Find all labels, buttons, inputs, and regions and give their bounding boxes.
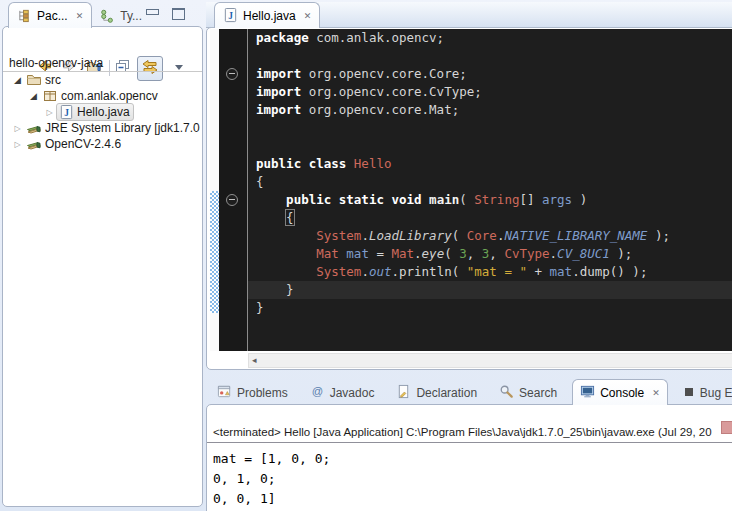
tab-bug-explorer[interactable]: Bug Explorer	[676, 382, 732, 404]
expand-arrow-icon[interactable]: ▷	[11, 124, 24, 133]
code-line[interactable]: import org.opencv.core.Core;	[248, 65, 732, 83]
package-explorer-pane: hello-opencv-java ◢src◢com.anlak.opencv▷…	[2, 26, 203, 507]
tab-label: Bug Explorer	[700, 386, 732, 400]
tree-item-chip: OpenCV-2.4.6	[24, 135, 125, 153]
svg-text:@: @	[311, 385, 322, 397]
tab-package-explorer[interactable]: Pac... ✕	[8, 2, 92, 28]
tree-item-hello-java[interactable]: ▷JHello.java	[3, 104, 202, 120]
java-file-icon: J	[223, 8, 238, 23]
code-area[interactable]: package com.anlak.opencv;import org.open…	[248, 29, 732, 351]
tab-problems[interactable]: Problems	[210, 382, 295, 404]
console-icon	[580, 384, 595, 402]
expand-arrow-icon[interactable]: ▷	[11, 140, 24, 149]
project-tree: ◢src◢com.anlak.opencv▷JHello.java▷JRE Sy…	[3, 72, 202, 506]
declaration-icon	[396, 384, 411, 402]
tab-label: Console	[600, 386, 644, 400]
code-line[interactable]: {	[248, 209, 732, 227]
editor-pane: package com.anlak.opencv;import org.open…	[206, 27, 732, 370]
tab-declaration[interactable]: Declaration	[389, 382, 484, 404]
tree-item-label: Hello.java	[77, 105, 130, 119]
collapse-arrow-icon[interactable]: ◢	[11, 75, 24, 85]
console-line: 0, 1, 0;	[213, 469, 732, 489]
svg-text:J: J	[64, 107, 69, 117]
console-pane: <terminated> Hello [Java Application] C:…	[206, 404, 732, 511]
source-folder-icon	[26, 72, 42, 88]
tree-item-label: src	[45, 73, 61, 87]
tree-item-label: com.anlak.opencv	[61, 89, 158, 103]
package-explorer-tabbar: Pac... ✕ Ty...	[8, 3, 150, 27]
library-icon	[26, 136, 42, 152]
fold-collapse-icon[interactable]	[226, 68, 238, 80]
fold-collapse-icon[interactable]	[226, 194, 238, 206]
code-line[interactable]: public static void main( String[] args )	[248, 191, 732, 209]
tree-item-jre-system-library-jdk1-7-0[interactable]: ▷JRE System Library [jdk1.7.0	[3, 120, 202, 136]
code-line[interactable]: Mat mat = Mat.eye( 3, 3, CvType.CV_8UC1 …	[248, 245, 732, 263]
tab-type-hierarchy[interactable]: Ty...	[92, 5, 150, 27]
java-file-icon: J	[58, 104, 74, 120]
annotation-ruler[interactable]	[210, 29, 219, 351]
horizontal-scrollbar[interactable]: ◂	[248, 353, 732, 368]
tab-console[interactable]: Console✕	[572, 379, 668, 405]
code-line[interactable]	[248, 119, 732, 137]
editor-tabbar: J Hello.java ✕	[214, 2, 320, 27]
tab-label: Problems	[237, 386, 288, 400]
tab-label: Hello.java	[243, 9, 296, 23]
tab-label: Search	[519, 386, 557, 400]
console-line: mat = [1, 0, 0;	[213, 449, 732, 469]
package-explorer-icon	[17, 8, 32, 23]
tree-item-label: JRE System Library [jdk1.7.0	[45, 121, 200, 135]
tab-label: Declaration	[416, 386, 477, 400]
svg-text:J: J	[228, 11, 233, 21]
bottom-view-tabbar: Problems@JavadocDeclarationSearchConsole…	[210, 380, 732, 404]
code-line[interactable]: import org.opencv.core.CvType;	[248, 83, 732, 101]
code-line[interactable]: {	[248, 173, 732, 191]
console-process-header: <terminated> Hello [Java Application] C:…	[207, 426, 732, 443]
code-line[interactable]: package com.anlak.opencv;	[248, 29, 732, 47]
code-line[interactable]: }	[248, 299, 732, 317]
package-icon	[42, 88, 58, 104]
code-line[interactable]: System.out.println( "mat = " + mat.dump(…	[248, 263, 732, 281]
bug-icon	[683, 386, 695, 401]
code-line[interactable]: import org.opencv.core.Mat;	[248, 101, 732, 119]
close-icon[interactable]: ✕	[652, 388, 660, 398]
code-line[interactable]	[248, 137, 732, 155]
expand-arrow-icon[interactable]: ▷	[43, 108, 56, 117]
tree-item-src[interactable]: ◢src	[3, 72, 202, 88]
tab-label: Pac...	[37, 9, 68, 23]
console-line: 0, 0, 1]	[213, 489, 732, 509]
tab-search[interactable]: Search	[492, 382, 564, 404]
collapse-arrow-icon[interactable]: ◢	[27, 91, 40, 101]
folding-ruler[interactable]	[219, 29, 248, 351]
tree-item-com-anlak-opencv[interactable]: ◢com.anlak.opencv	[3, 88, 202, 104]
library-icon	[26, 120, 42, 136]
console-output[interactable]: mat = [1, 0, 0; 0, 1, 0; 0, 0, 1]	[207, 449, 732, 511]
code-line[interactable]	[248, 47, 732, 65]
search-icon	[499, 384, 514, 402]
tree-item-label: OpenCV-2.4.6	[45, 137, 121, 151]
code-editor[interactable]: package com.anlak.opencv;import org.open…	[219, 29, 732, 351]
tab-javadoc[interactable]: @Javadoc	[303, 382, 382, 404]
problems-icon	[217, 384, 232, 402]
close-icon[interactable]: ✕	[304, 11, 312, 21]
terminate-button[interactable]	[721, 421, 732, 434]
eclipse-workbench: Pac... ✕ Ty... hello-opencv-java ◢src◢co…	[0, 0, 732, 511]
tree-item-opencv-2-4-6[interactable]: ▷OpenCV-2.4.6	[3, 136, 202, 152]
project-label: hello-opencv-java	[9, 56, 103, 70]
code-line[interactable]: }	[248, 281, 732, 299]
maximize-button[interactable]	[172, 8, 185, 20]
tab-hello-java[interactable]: J Hello.java ✕	[214, 2, 320, 28]
type-hierarchy-icon	[100, 8, 115, 23]
code-line[interactable]: System.LoadLibrary( Core.NATIVE_LIBRARY_…	[248, 227, 732, 245]
view-window-buttons	[146, 8, 185, 20]
code-line[interactable]: public class Hello	[248, 155, 732, 173]
scroll-left-arrow-icon[interactable]: ◂	[252, 355, 257, 365]
tab-label: Javadoc	[330, 386, 375, 400]
method-range-indicator	[210, 191, 219, 313]
close-icon[interactable]: ✕	[76, 11, 84, 21]
javadoc-icon: @	[310, 384, 325, 402]
tab-label: Ty...	[120, 9, 142, 23]
project-root-item[interactable]: hello-opencv-java	[3, 56, 202, 71]
minimize-button[interactable]	[146, 9, 159, 15]
